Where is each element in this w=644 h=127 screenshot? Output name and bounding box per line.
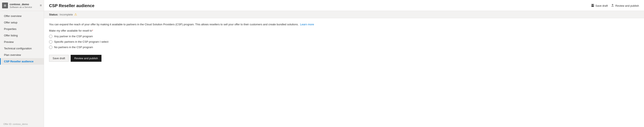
sidebar-item-properties[interactable]: Properties bbox=[0, 26, 44, 32]
header-actions: Save draft Review and publish bbox=[591, 4, 639, 7]
button-row: Save draft Review and publish bbox=[49, 55, 639, 62]
review-publish-button[interactable]: Review and publish bbox=[71, 55, 102, 62]
save-draft-button[interactable]: Save draft bbox=[49, 55, 68, 62]
content-area: You can expand the reach of your offer b… bbox=[44, 18, 644, 127]
save-icon bbox=[591, 4, 594, 7]
offer-id: Offer ID: contoso_demo bbox=[0, 121, 44, 127]
sidebar-header: ⊞ contoso_demo Software as a Service ≡ bbox=[0, 0, 44, 11]
field-label: Make my offer available for resell to* bbox=[49, 29, 639, 32]
sidebar-item-offer-listing[interactable]: Offer listing bbox=[0, 32, 44, 39]
status-bar: Status: Incomplete ⚠ bbox=[44, 11, 644, 18]
radio-any-partner[interactable] bbox=[49, 35, 52, 38]
page-title: CSP Reseller audience bbox=[49, 3, 94, 8]
radio-group: Any partner in the CSP program Specific … bbox=[49, 35, 639, 49]
description-text: You can expand the reach of your offer b… bbox=[49, 22, 639, 26]
required-asterisk: * bbox=[92, 29, 93, 32]
sidebar-item-preview[interactable]: Preview bbox=[0, 39, 44, 45]
radio-no-partners-label: No partners in the CSP program bbox=[54, 46, 93, 49]
radio-any-partner-label: Any partner in the CSP program bbox=[54, 35, 93, 38]
sidebar-item-offer-overview[interactable]: Offer overview bbox=[0, 13, 44, 19]
svg-rect-1 bbox=[592, 4, 594, 5]
sidebar-item-plan-overview[interactable]: Plan overview bbox=[0, 52, 44, 58]
header-review-publish-button[interactable]: Review and publish bbox=[611, 4, 639, 7]
publish-icon bbox=[611, 4, 614, 7]
company-name: contoso_demo bbox=[10, 3, 32, 6]
main-content: CSP Reseller audience Save draft bbox=[44, 0, 644, 127]
sidebar-nav: Offer overview Offer setup Properties Of… bbox=[0, 11, 44, 66]
sidebar-collapse-button[interactable]: ≡ bbox=[40, 3, 42, 7]
sidebar-item-offer-setup[interactable]: Offer setup bbox=[0, 19, 44, 26]
sidebar-item-technical-configuration[interactable]: Technical configuration bbox=[0, 45, 44, 52]
status-label: Status: bbox=[49, 13, 58, 16]
main-header: CSP Reseller audience Save draft bbox=[44, 0, 644, 11]
sidebar-title: contoso_demo Software as a Service bbox=[10, 3, 32, 8]
radio-option-no-partners[interactable]: No partners in the CSP program bbox=[49, 46, 639, 49]
review-publish-label: Review and publish bbox=[615, 4, 639, 7]
app-logo-icon: ⊞ bbox=[2, 2, 8, 8]
learn-more-link[interactable]: Learn more bbox=[300, 23, 314, 26]
radio-specific-partners[interactable] bbox=[49, 40, 52, 43]
radio-option-specific-partners[interactable]: Specific partners in the CSP program I s… bbox=[49, 40, 639, 43]
radio-no-partners[interactable] bbox=[49, 46, 52, 49]
company-type: Software as a Service bbox=[10, 6, 32, 8]
svg-rect-2 bbox=[592, 5, 594, 6]
radio-option-any-partner[interactable]: Any partner in the CSP program bbox=[49, 35, 639, 38]
save-draft-label: Save draft bbox=[595, 4, 608, 7]
radio-specific-partners-label: Specific partners in the CSP program I s… bbox=[54, 40, 108, 43]
sidebar-item-csp-reseller[interactable]: CSP Reseller audience bbox=[0, 58, 44, 65]
status-incomplete-icon: ⚠ bbox=[74, 12, 77, 16]
header-save-draft-button[interactable]: Save draft bbox=[591, 4, 608, 7]
status-value: Incomplete bbox=[60, 13, 73, 16]
sidebar: ⊞ contoso_demo Software as a Service ≡ O… bbox=[0, 0, 44, 127]
